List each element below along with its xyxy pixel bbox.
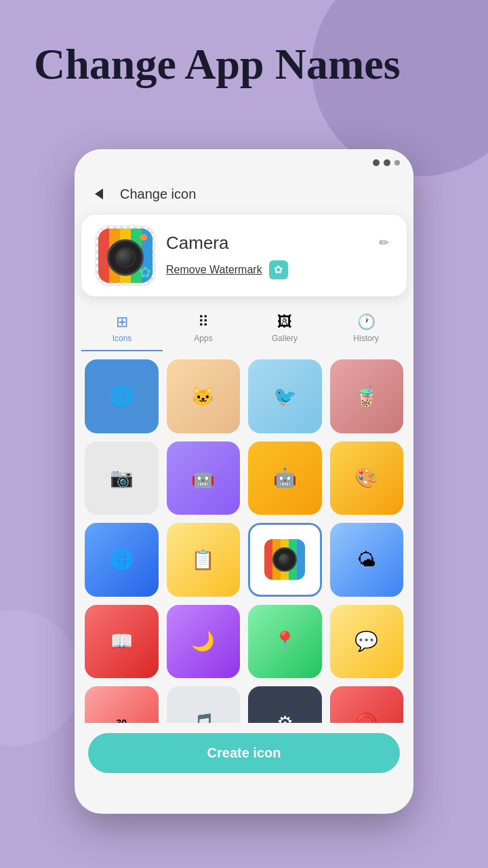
phone-mockup: Change icon <box>75 149 413 814</box>
tab-icons-icon: ⊞ <box>116 313 128 331</box>
app-icon-label-blue-circle: 🌐 <box>110 385 134 408</box>
app-icon-globe[interactable]: 🌐 <box>85 523 159 597</box>
back-arrow-icon <box>95 189 103 199</box>
camera-flower-icon: ✿ <box>139 264 151 281</box>
name-area: Camera ✏ Remove Watermark ✿ <box>166 233 393 279</box>
camera-lens <box>115 248 136 268</box>
app-icon-label-bird: 🐦 <box>273 385 297 408</box>
tab-icons-label: Icons <box>113 334 132 343</box>
tab-history[interactable]: 🕐 History <box>325 307 407 351</box>
app-icon-label-cloud-purple: 🌙 <box>191 630 215 652</box>
tab-gallery-icon: 🖼 <box>277 313 292 331</box>
camera-orange-dot <box>140 234 147 241</box>
app-icon-message[interactable]: 💬 <box>330 605 404 679</box>
app-icon-label-weather: 🌤 <box>357 549 376 571</box>
remove-watermark-button[interactable]: Remove Watermark <box>166 264 262 276</box>
app-icon-music[interactable]: 🎵 <box>167 686 241 723</box>
app-icon-settings[interactable]: ⚙ <box>248 686 322 723</box>
top-bar: Change icon <box>75 176 413 215</box>
app-icon-animals[interactable]: 🐱 <box>167 359 241 433</box>
app-icon-bird[interactable]: 🐦 <box>248 359 322 433</box>
app-icon-label-animals: 🐱 <box>191 385 215 408</box>
app-icon-android-orange[interactable]: 🤖 <box>248 441 322 515</box>
app-icon-label-settings: ⚙ <box>277 712 293 723</box>
watermark-row: Remove Watermark ✿ <box>166 260 393 279</box>
tab-history-label: History <box>353 334 378 343</box>
preview-card: ✿ Camera ✏ Remove Watermark ✿ <box>81 215 407 296</box>
app-icon-label-drink: 🧋 <box>354 385 378 408</box>
app-icon-label-android-purple: 🤖 <box>191 467 215 489</box>
app-icon-map[interactable]: 📍 <box>248 605 322 679</box>
app-icon-notes[interactable]: 📋 <box>167 523 241 597</box>
app-icon-label-map: 📍 <box>273 630 297 652</box>
screen-title: Change icon <box>120 186 196 202</box>
create-icon-button[interactable]: Create icon <box>88 733 400 773</box>
app-icon-blue-circle[interactable]: 🌐 <box>85 359 159 433</box>
status-dot-1 <box>373 159 380 166</box>
page-title: Change App Names <box>34 41 401 88</box>
app-icon-label-music: 🎵 <box>191 712 215 723</box>
edit-name-button[interactable]: ✏ <box>374 233 393 252</box>
icon-preview: ✿ <box>95 225 156 286</box>
app-icon-android-purple[interactable]: 🤖 <box>167 441 241 515</box>
status-dot-3 <box>394 160 400 165</box>
app-icon-label-globe: 🌐 <box>110 549 134 571</box>
app-icon-label-red-circle: ⭕ <box>354 712 378 723</box>
icon-preview-image: ✿ <box>96 226 155 285</box>
app-icon-label-book: 📖 <box>110 630 134 652</box>
app-icon-book[interactable]: 📖 <box>85 605 159 679</box>
icons-grid: 🌐🐱🐦🧋📷🤖🤖🎨🌐📋🌤📖🌙📍💬30🎵⚙⭕⊙f🏖🌧≈👪🚌 <box>75 351 413 723</box>
app-icon-red-circle[interactable]: ⭕ <box>330 686 404 723</box>
app-icon-cloud-purple[interactable]: 🌙 <box>167 605 241 679</box>
bottom-bar: Create icon <box>75 723 413 787</box>
app-icon-paint[interactable]: 🎨 <box>330 441 404 515</box>
tab-gallery-label: Gallery <box>272 334 298 343</box>
app-icon-camera-gray[interactable]: 📷 <box>85 441 159 515</box>
tab-gallery[interactable]: 🖼 Gallery <box>244 307 325 351</box>
app-icon-drink[interactable]: 🧋 <box>330 359 404 433</box>
app-icon-label-calendar: 30 <box>116 717 127 723</box>
app-icon-label-camera-gray: 📷 <box>110 467 134 489</box>
app-icon-calendar[interactable]: 30 <box>85 686 159 723</box>
status-dot-2 <box>384 159 390 166</box>
app-icon-camera-selected[interactable] <box>248 523 322 597</box>
camera-body <box>107 239 144 276</box>
tab-history-icon: 🕐 <box>357 313 375 331</box>
app-name-row: Camera ✏ <box>166 233 393 254</box>
app-icon-label-notes: 📋 <box>191 549 215 571</box>
app-icon-weather[interactable]: 🌤 <box>330 523 404 597</box>
tab-icons[interactable]: ⊞ Icons <box>81 307 163 351</box>
app-icon-label-message: 💬 <box>354 630 378 652</box>
tab-apps-label: Apps <box>194 334 212 343</box>
app-icon-label-android-orange: 🤖 <box>273 467 297 489</box>
watermark-icon: ✿ <box>269 260 288 279</box>
app-name-text: Camera <box>166 233 228 254</box>
status-bar <box>75 149 413 176</box>
tab-apps[interactable]: ⠿ Apps <box>163 307 244 351</box>
back-button[interactable] <box>88 183 110 205</box>
tab-bar: ⊞ Icons ⠿ Apps 🖼 Gallery 🕐 History <box>75 300 413 351</box>
camera-icon: ✿ <box>98 229 152 283</box>
bg-decoration-circle-bottom <box>0 610 81 746</box>
app-icon-label-paint: 🎨 <box>354 467 378 489</box>
tab-apps-icon: ⠿ <box>198 313 209 331</box>
